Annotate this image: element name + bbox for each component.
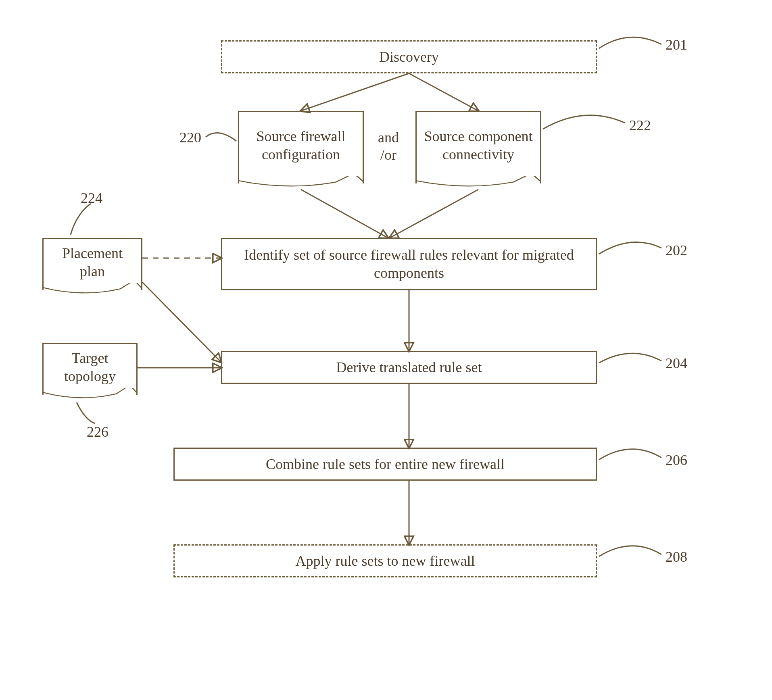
svg-line-0: [301, 73, 409, 111]
label-222: 222: [629, 117, 651, 134]
label-206: 206: [666, 452, 687, 469]
node-apply-rules: Apply rule sets to new firewall: [173, 544, 597, 577]
node-discovery-text: Discovery: [379, 48, 439, 66]
svg-line-2: [301, 190, 388, 238]
label-208: 208: [666, 548, 687, 565]
svg-line-1: [409, 73, 478, 111]
node-derive-rules-text: Derive translated rule set: [336, 358, 482, 377]
node-target-topology-text: Target topology: [48, 349, 131, 385]
text-and-or: and /or: [370, 129, 407, 164]
node-identify-rules: Identify set of source firewall rules re…: [221, 238, 597, 290]
node-source-component-connectivity-text: Source component connectivity: [421, 127, 535, 164]
text-and-or-label: and /or: [378, 129, 399, 163]
node-discovery: Discovery: [221, 40, 597, 73]
node-placement-plan: Placement plan: [42, 238, 142, 290]
node-source-firewall-config-text: Source firewall configuration: [244, 127, 358, 164]
label-220: 220: [179, 129, 201, 146]
label-226: 226: [87, 423, 108, 440]
node-target-topology: Target topology: [42, 343, 138, 395]
label-224: 224: [81, 190, 102, 206]
node-combine-rules: Combine rule sets for entire new firewal…: [173, 448, 597, 481]
node-source-firewall-config: Source firewall configuration: [238, 111, 364, 183]
node-placement-plan-text: Placement plan: [48, 244, 136, 281]
label-201: 201: [666, 36, 687, 53]
node-combine-rules-text: Combine rule sets for entire new firewal…: [266, 455, 505, 473]
node-derive-rules: Derive translated rule set: [221, 351, 597, 384]
svg-line-3: [390, 190, 478, 238]
node-source-component-connectivity: Source component connectivity: [415, 111, 541, 183]
node-apply-rules-text: Apply rule sets to new firewall: [296, 552, 475, 570]
node-identify-rules-text: Identify set of source firewall rules re…: [227, 246, 591, 282]
label-202: 202: [666, 242, 687, 259]
svg-line-5: [142, 282, 221, 362]
label-204: 204: [666, 355, 687, 372]
